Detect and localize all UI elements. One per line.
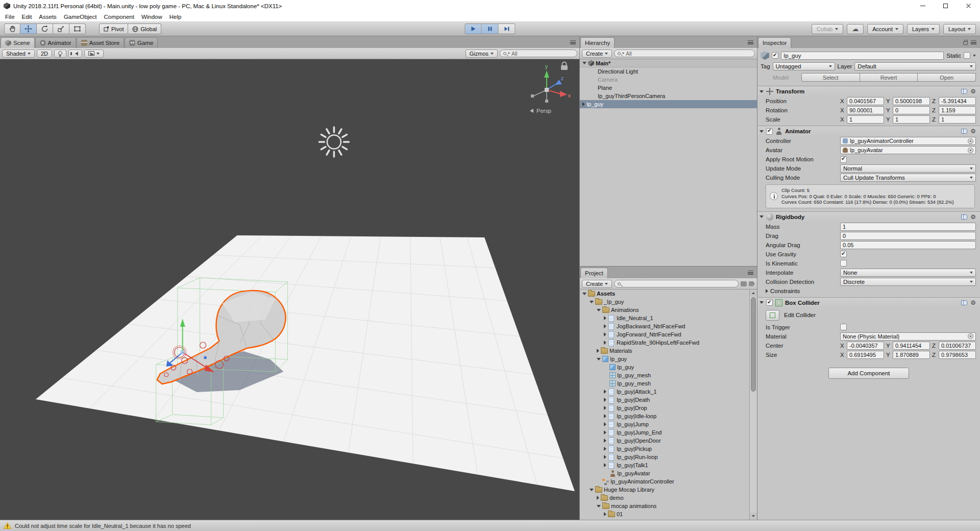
tab-inspector[interactable]: Inspector xyxy=(758,37,791,48)
project-tree-item[interactable]: Assets xyxy=(580,289,757,298)
project-tree-item[interactable]: Ip_guy xyxy=(580,355,757,363)
position-z-field[interactable]: -5.391434 xyxy=(939,97,976,105)
global-toggle-button[interactable]: Global xyxy=(128,23,161,34)
help-icon[interactable] xyxy=(961,129,967,134)
box-collider-enabled-checkbox[interactable] xyxy=(766,299,773,306)
scale-y-field[interactable]: 1 xyxy=(893,115,930,124)
add-component-button[interactable]: Add Component xyxy=(828,368,909,379)
project-tree-item[interactable]: Ip_guy xyxy=(580,363,757,371)
gear-icon[interactable]: ⚙ xyxy=(970,300,976,306)
foldout-icon[interactable] xyxy=(604,512,606,516)
menu-assets[interactable]: Assets xyxy=(35,13,60,21)
foldout-icon[interactable] xyxy=(597,309,601,311)
step-button[interactable] xyxy=(499,23,516,34)
help-icon[interactable] xyxy=(961,300,967,305)
collab-button[interactable]: Collab xyxy=(812,24,843,34)
hierarchy-item[interactable]: Plane xyxy=(580,84,757,92)
hierarchy-scene-row[interactable]: Main* xyxy=(580,59,757,67)
close-button[interactable] xyxy=(957,0,980,12)
hierarchy-item-selected[interactable]: Ip_guy xyxy=(580,100,757,108)
pivot-toggle-button[interactable]: Pivot xyxy=(99,23,128,34)
tab-hierarchy[interactable]: Hierarchy xyxy=(580,37,615,48)
foldout-icon[interactable] xyxy=(604,406,606,410)
scrollbar-thumb[interactable] xyxy=(751,297,756,392)
project-tree-item[interactable]: Ip_guy|Idle-loop xyxy=(580,412,757,420)
foldout-icon[interactable] xyxy=(604,447,606,451)
foldout-icon[interactable] xyxy=(604,341,606,345)
2d-toggle-button[interactable]: 2D xyxy=(37,50,52,58)
scroll-down-button[interactable] xyxy=(750,513,757,520)
project-tree-item[interactable]: Ip_guy|Drop xyxy=(580,404,757,412)
tag-dropdown[interactable]: Untagged xyxy=(773,62,835,70)
tab-asset-store[interactable]: Asset Store xyxy=(77,37,124,48)
foldout-icon[interactable] xyxy=(604,324,606,328)
foldout-icon[interactable] xyxy=(760,130,764,133)
shading-mode-dropdown[interactable]: Shaded xyxy=(2,50,35,58)
apply-root-motion-checkbox[interactable] xyxy=(840,156,847,163)
lock-icon[interactable] xyxy=(963,41,968,45)
menu-window[interactable]: Window xyxy=(138,13,166,21)
project-tree-item[interactable]: mocap animations xyxy=(580,502,757,510)
mass-field[interactable]: 1 xyxy=(840,223,976,231)
open-button[interactable]: Open xyxy=(918,73,976,82)
foldout-icon[interactable] xyxy=(604,398,606,402)
menu-gameobject[interactable]: GameObject xyxy=(60,13,101,21)
maximize-button[interactable] xyxy=(934,0,957,12)
project-tree-item[interactable]: Ip_guy|Jump xyxy=(580,420,757,428)
project-tree-item[interactable]: Ip_guy|Talk1 xyxy=(580,461,757,469)
tab-scene[interactable]: Scene xyxy=(1,37,35,48)
is-trigger-checkbox[interactable] xyxy=(840,324,847,330)
project-tree-item[interactable]: Ip_guy_mesh xyxy=(580,371,757,379)
foldout-icon[interactable] xyxy=(597,349,599,353)
culling-mode-dropdown[interactable]: Cull Update Transforms xyxy=(840,174,976,182)
use-gravity-checkbox[interactable] xyxy=(840,251,847,257)
cloud-button[interactable]: ☁ xyxy=(847,24,864,34)
foldout-icon[interactable] xyxy=(604,390,606,394)
foldout-icon[interactable] xyxy=(604,332,606,336)
foldout-icon[interactable] xyxy=(766,289,768,293)
size-x-field[interactable]: 0.6919495 xyxy=(847,351,884,359)
search-by-type-icon[interactable] xyxy=(741,281,747,286)
scene-effects-dropdown[interactable] xyxy=(84,50,104,58)
foldout-icon[interactable] xyxy=(604,414,606,418)
position-x-field[interactable]: 0.0401567 xyxy=(847,97,884,105)
active-checkbox[interactable] xyxy=(772,52,778,59)
foldout-icon[interactable] xyxy=(760,215,764,218)
project-tree-item[interactable]: Animations xyxy=(580,306,757,314)
project-tree-item[interactable]: 01 xyxy=(580,510,757,518)
project-tree-item[interactable]: Ip_guyAvatar xyxy=(580,469,757,477)
gizmos-dropdown[interactable]: Gizmos xyxy=(465,50,498,58)
transform-header[interactable]: Transform ⚙ xyxy=(757,86,980,96)
project-tree-item[interactable]: Ip_guy|Death xyxy=(580,396,757,404)
static-dropdown-icon[interactable] xyxy=(973,55,976,57)
menu-file[interactable]: File xyxy=(2,13,18,21)
size-y-field[interactable]: 1.870889 xyxy=(893,351,930,359)
minimize-button[interactable] xyxy=(911,0,934,12)
interpolate-dropdown[interactable]: None xyxy=(840,269,976,277)
edit-collider-button[interactable] xyxy=(766,310,779,321)
hierarchy-item[interactable]: Directional Light xyxy=(580,67,757,76)
layer-dropdown[interactable]: Default xyxy=(854,62,976,70)
animator-enabled-checkbox[interactable] xyxy=(766,128,773,135)
foldout-icon[interactable] xyxy=(604,463,606,467)
foldout-icon[interactable] xyxy=(604,316,606,320)
tab-project[interactable]: Project xyxy=(580,268,608,278)
foldout-icon[interactable] xyxy=(590,489,594,491)
center-y-field[interactable]: 0.9411454 xyxy=(893,342,930,350)
controller-object-field[interactable]: Ip_guyAnimatorController xyxy=(840,137,976,145)
revert-button[interactable]: Revert xyxy=(860,73,918,82)
static-checkbox[interactable] xyxy=(964,52,970,59)
project-tree-item[interactable]: Ip_guy|Jump_End xyxy=(580,428,757,437)
avatar-object-field[interactable]: Ip_guyAvatar xyxy=(840,146,976,154)
project-tree-item[interactable]: JogBackward_NtrlFaceFwd xyxy=(580,322,757,330)
project-tree-item[interactable]: Materials xyxy=(580,347,757,355)
foldout-icon[interactable] xyxy=(590,301,594,303)
help-icon[interactable] xyxy=(961,214,967,220)
scene-audio-toggle[interactable] xyxy=(68,50,82,58)
object-picker-icon[interactable] xyxy=(968,138,973,144)
project-tree-item[interactable]: Ip_guy_mesh xyxy=(580,379,757,388)
project-scrollbar[interactable] xyxy=(749,289,757,520)
panel-menu-icon[interactable] xyxy=(971,40,976,44)
foldout-icon[interactable] xyxy=(582,293,586,295)
panel-menu-icon[interactable] xyxy=(570,40,576,44)
